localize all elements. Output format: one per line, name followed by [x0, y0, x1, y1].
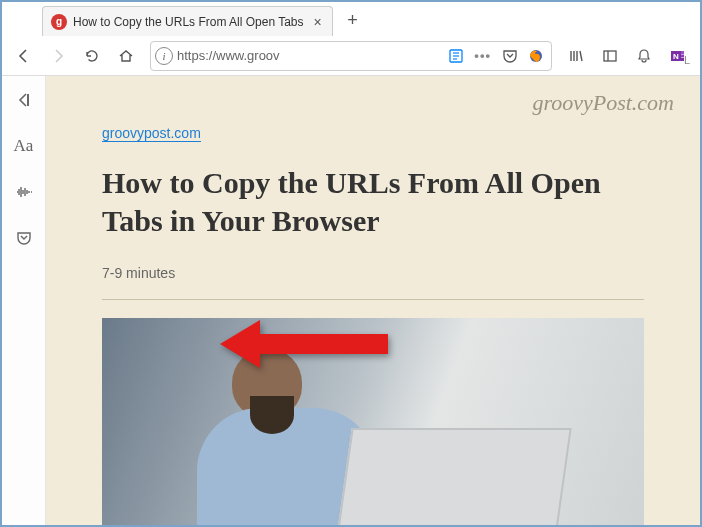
home-button[interactable] — [110, 40, 142, 72]
annotation-arrow — [220, 314, 390, 378]
site-link[interactable]: groovypost.com — [102, 125, 201, 142]
svg-text:N: N — [673, 52, 679, 61]
bell-icon — [636, 48, 652, 64]
info-icon[interactable]: i — [155, 47, 173, 65]
pocket-icon — [15, 229, 33, 247]
svg-rect-12 — [27, 94, 29, 106]
waveform-icon — [15, 183, 33, 201]
pocket-icon[interactable] — [499, 40, 521, 72]
divider — [102, 299, 644, 300]
save-pocket-button[interactable] — [10, 224, 38, 252]
svg-rect-5 — [604, 51, 616, 61]
arrow-icon — [220, 314, 390, 374]
close-reader-button[interactable] — [10, 86, 38, 114]
content-area: Aa groovyPost.com groovypost.com How to … — [2, 76, 700, 525]
reader-sidebar: Aa — [2, 76, 46, 525]
svg-marker-13 — [220, 320, 388, 368]
url-bar[interactable]: i https://www.groov ••• — [150, 41, 552, 71]
type-controls-button[interactable]: Aa — [10, 132, 38, 160]
article-title: How to Copy the URLs From All Open Tabs … — [102, 164, 644, 239]
library-icon — [568, 48, 584, 64]
back-button[interactable] — [8, 40, 40, 72]
favicon-icon: g — [51, 14, 67, 30]
toolbar-right-label: L — [684, 54, 690, 66]
type-label: Aa — [14, 136, 34, 156]
reload-icon — [84, 48, 100, 64]
sidebar-icon — [602, 48, 618, 64]
narrate-button[interactable] — [10, 178, 38, 206]
reload-button[interactable] — [76, 40, 108, 72]
reader-view: groovyPost.com groovypost.com How to Cop… — [46, 76, 700, 525]
firefox-logo-icon[interactable] — [525, 40, 547, 72]
library-button[interactable] — [560, 40, 592, 72]
tab-active[interactable]: g How to Copy the URLs From All Open Tab… — [42, 6, 333, 36]
page-actions-icon[interactable]: ••• — [470, 48, 495, 63]
home-icon — [118, 48, 134, 64]
read-time: 7-9 minutes — [102, 265, 644, 281]
url-text: https://www.groov — [177, 48, 442, 63]
reader-mode-icon[interactable] — [446, 46, 466, 66]
sidebar-button[interactable] — [594, 40, 626, 72]
watermark: groovyPost.com — [532, 90, 674, 116]
arrow-back-icon — [15, 91, 33, 109]
titlebar: g How to Copy the URLs From All Open Tab… — [2, 2, 700, 36]
close-icon[interactable]: × — [310, 14, 326, 30]
notifications-button[interactable] — [628, 40, 660, 72]
new-tab-button[interactable]: + — [339, 6, 367, 34]
arrow-right-icon — [50, 48, 66, 64]
tabs-strip: g How to Copy the URLs From All Open Tab… — [2, 2, 367, 36]
arrow-left-icon — [16, 48, 32, 64]
tab-title: How to Copy the URLs From All Open Tabs — [73, 15, 304, 29]
toolbar: i https://www.groov ••• N — [2, 36, 700, 76]
forward-button — [42, 40, 74, 72]
